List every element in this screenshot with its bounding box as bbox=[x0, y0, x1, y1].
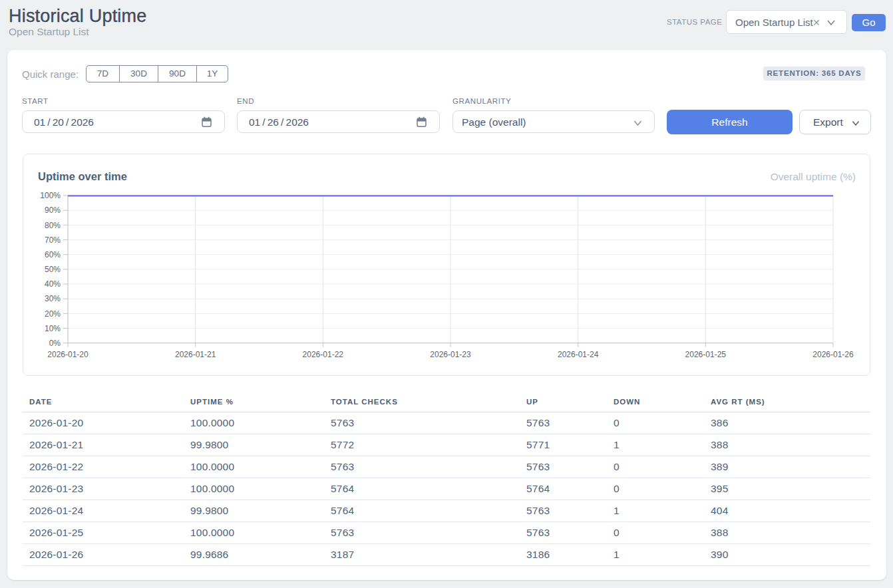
svg-text:50%: 50% bbox=[45, 265, 61, 274]
svg-text:100%: 100% bbox=[40, 191, 61, 200]
svg-text:2026-01-24: 2026-01-24 bbox=[558, 350, 599, 359]
svg-text:40%: 40% bbox=[45, 279, 61, 289]
svg-text:60%: 60% bbox=[45, 250, 61, 259]
svg-text:2026-01-20: 2026-01-20 bbox=[47, 350, 89, 359]
svg-text:2026-01-26: 2026-01-26 bbox=[812, 350, 854, 359]
svg-text:2026-01-25: 2026-01-25 bbox=[685, 350, 727, 359]
svg-text:10%: 10% bbox=[45, 324, 61, 333]
svg-text:20%: 20% bbox=[45, 309, 61, 319]
svg-text:80%: 80% bbox=[45, 221, 61, 230]
svg-text:2026-01-21: 2026-01-21 bbox=[175, 350, 216, 359]
svg-text:2026-01-22: 2026-01-22 bbox=[303, 350, 344, 359]
svg-text:90%: 90% bbox=[45, 206, 61, 215]
svg-text:30%: 30% bbox=[45, 294, 61, 303]
svg-text:2026-01-23: 2026-01-23 bbox=[430, 350, 471, 359]
svg-text:0%: 0% bbox=[49, 339, 61, 348]
svg-text:70%: 70% bbox=[45, 235, 61, 245]
